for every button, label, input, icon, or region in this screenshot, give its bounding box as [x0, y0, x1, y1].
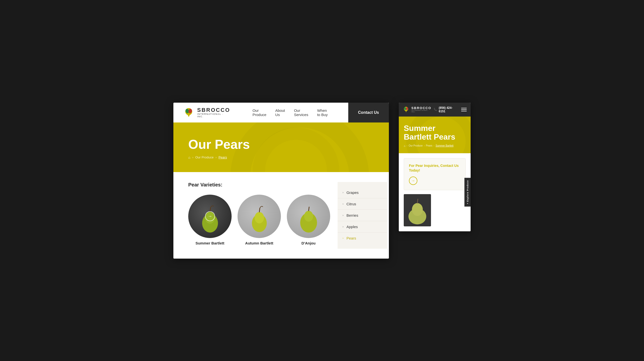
desktop-header: SBROCCO INTERNATIONAL · INC. Our Produce…: [174, 103, 389, 123]
sidebar-item-apples[interactable]: › Apples: [338, 221, 387, 233]
breadcrumb: ⌂ › Our Produce › Pears: [188, 155, 374, 159]
chevron-icon-apples: ›: [342, 225, 344, 228]
breadcrumb-sep-2: ›: [216, 156, 216, 159]
pear-card-danjou[interactable]: D'Anjou: [287, 195, 330, 245]
mobile-content-wrapper: For Pear Inquiries, Contact Us Today! →: [399, 153, 470, 231]
header-left: SBROCCO INTERNATIONAL · INC. Our Produce…: [174, 107, 348, 118]
pear-arrow-overlay: →: [205, 211, 215, 221]
mobile-screen: SBROCCO INTERNATIONAL · INC. 📞 (856) 424…: [399, 103, 470, 232]
mobile-header-right: 📞 (856) 424-6151: [434, 106, 467, 113]
nav-item-produce[interactable]: Our Produce: [252, 108, 266, 117]
svg-rect-17: [404, 194, 431, 226]
pear-card-autumn[interactable]: Autumn Bartlett: [238, 195, 281, 245]
mobile-hero-title: SummerBartlett Pears: [404, 124, 466, 141]
sidebar-item-pears[interactable]: › Pears: [338, 233, 387, 244]
mobile-logo: SBROCCO INTERNATIONAL · INC.: [403, 106, 434, 113]
phone-icon: 📞: [434, 108, 437, 111]
hamburger-line-1: [461, 108, 467, 108]
desktop-hero: Our Pears ⌂ › Our Produce › Pears: [174, 123, 389, 172]
pear-svg-autumn: [247, 201, 272, 236]
chevron-icon-pears: ›: [342, 236, 344, 239]
sidebar-label-berries: Berries: [346, 213, 358, 217]
breadcrumb-produce[interactable]: Our Produce: [195, 155, 214, 159]
pear-card-summer[interactable]: → Summer Bartlett: [188, 195, 232, 245]
explore-tab-container: + Explore Produce: [464, 178, 470, 207]
mobile-breadcrumb: ⌂ › Our Produce › Pears › Summer Bartlet…: [404, 144, 466, 147]
section-title: Pear Varieties:: [188, 182, 330, 188]
pear-image-summer: →: [188, 195, 232, 238]
nav-item-about[interactable]: About Us: [275, 108, 285, 117]
chevron-icon-citrus: ›: [342, 202, 344, 205]
breadcrumb-pears: Pears: [218, 155, 227, 159]
logo-mark: [183, 107, 194, 118]
breadcrumb-sep-1: ›: [192, 156, 193, 159]
sidebar-item-berries[interactable]: › Berries: [338, 210, 387, 221]
sidebar-item-citrus[interactable]: › Citrus: [338, 198, 387, 210]
mobile-breadcrumb-home: ⌂: [404, 144, 406, 147]
sidebar: › Grapes › Citrus › Berries › Apples ›: [338, 182, 387, 249]
hamburger-menu[interactable]: [461, 108, 467, 111]
nav-item-when[interactable]: When to Buy: [317, 108, 331, 117]
pear-image-danjou: [287, 195, 330, 238]
logo-text: SBROCCO INTERNATIONAL · INC.: [197, 107, 230, 118]
desktop-nav: Our Produce About Us Our Services When t…: [245, 108, 338, 117]
logo-subtitle: INTERNATIONAL · INC.: [197, 113, 230, 118]
mobile-breadcrumb-summer: Summer Bartlett: [436, 144, 453, 147]
sidebar-label-citrus: Citrus: [346, 202, 356, 206]
sidebar-label-apples: Apples: [346, 225, 358, 229]
phone-number: (856) 424-6151: [439, 106, 458, 113]
pear-image-autumn: [238, 195, 281, 238]
hero-title: Our Pears: [188, 137, 374, 152]
inquiry-box: For Pear Inquiries, Contact Us Today! →: [404, 158, 466, 190]
breadcrumb-home-icon: ⌂: [188, 155, 190, 159]
inquiry-text: For Pear Inquiries, Contact Us Today!: [409, 163, 460, 173]
mobile-breadcrumb-produce: Our Produce: [409, 144, 423, 147]
sidebar-label-grapes: Grapes: [346, 190, 359, 195]
hamburger-line-2: [461, 109, 467, 110]
svg-line-7: [259, 208, 260, 212]
screens-container: SBROCCO INTERNATIONAL · INC. Our Produce…: [174, 103, 470, 259]
hamburger-line-3: [461, 111, 467, 111]
svg-point-6: [255, 212, 264, 223]
mobile-header: SBROCCO INTERNATIONAL · INC. 📞 (856) 424…: [399, 103, 470, 117]
mobile-content: For Pear Inquiries, Contact Us Today! →: [399, 153, 470, 231]
mobile-logo-mark: [403, 106, 410, 113]
logo-name: SBROCCO: [197, 107, 230, 113]
pear-name-danjou: D'Anjou: [302, 241, 316, 245]
mobile-hero: SummerBartlett Pears ⌂ › Our Produce › P…: [399, 117, 470, 153]
mobile-sep-3: ›: [434, 145, 434, 147]
desktop-screen: SBROCCO INTERNATIONAL · INC. Our Produce…: [174, 103, 389, 259]
mobile-logo-sub: INTERNATIONAL · INC.: [412, 110, 434, 113]
mobile-logo-name: SBROCCO: [412, 106, 434, 110]
mobile-logo-text: SBROCCO INTERNATIONAL · INC.: [412, 106, 434, 113]
contact-button[interactable]: Contact Us: [348, 103, 389, 123]
pear-cards: → Summer Bartlett: [188, 195, 330, 245]
mobile-sep-2: ›: [424, 145, 424, 147]
sidebar-item-grapes[interactable]: › Grapes: [338, 187, 387, 198]
svg-line-10: [308, 207, 309, 211]
sidebar-label-pears: Pears: [346, 236, 356, 240]
pear-name-autumn: Autumn Bartlett: [245, 241, 273, 245]
mobile-phone[interactable]: 📞 (856) 424-6151: [434, 106, 458, 113]
pear-varieties: Pear Varieties: →: [188, 182, 330, 249]
inquiry-arrow-button[interactable]: →: [409, 177, 417, 185]
pear-svg-danjou: [296, 201, 321, 236]
svg-point-9: [304, 211, 313, 222]
mobile-breadcrumb-pears: Pears: [426, 144, 432, 147]
desktop-content: Pear Varieties: →: [174, 172, 389, 259]
mobile-sep-1: ›: [407, 145, 408, 147]
nav-item-services[interactable]: Our Services: [294, 108, 308, 117]
chevron-icon-berries: ›: [342, 214, 344, 217]
mobile-pear-image: [404, 194, 431, 226]
pear-name-summer: Summer Bartlett: [196, 241, 224, 245]
explore-produce-tab[interactable]: + Explore Produce: [464, 178, 470, 207]
chevron-icon-grapes: ›: [342, 191, 344, 194]
mobile-pear-svg: [404, 194, 431, 226]
